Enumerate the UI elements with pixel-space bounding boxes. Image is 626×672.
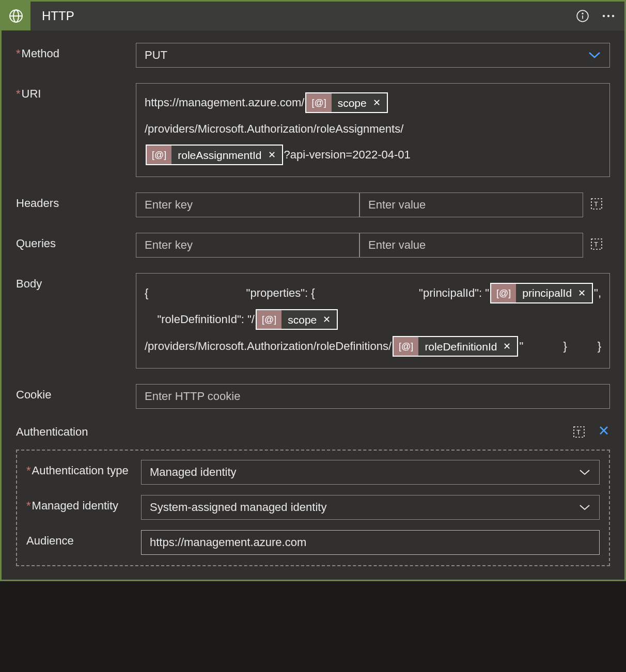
switch-mode-icon[interactable]: T: [590, 238, 603, 250]
audience-input[interactable]: [141, 530, 600, 555]
auth-type-label: *Authentication type: [26, 460, 141, 477]
token-remove-icon[interactable]: ✕: [373, 98, 381, 107]
chevron-down-icon: [578, 466, 591, 479]
more-icon[interactable]: [602, 14, 615, 18]
query-key-input[interactable]: [136, 233, 359, 258]
headers-label: Headers: [16, 193, 136, 210]
query-value-input[interactable]: [359, 233, 583, 258]
queries-row: [136, 233, 583, 258]
at-icon: [@]: [394, 337, 418, 356]
auth-type-select[interactable]: Managed identity: [141, 460, 600, 485]
svg-text:T: T: [594, 200, 598, 208]
svg-text:T: T: [576, 428, 581, 436]
http-action-card: HTTP *Method PUT: [0, 0, 626, 581]
managed-identity-label: *Managed identity: [26, 495, 141, 513]
uri-label: *URI: [16, 83, 136, 101]
card-title: HTTP: [42, 9, 576, 23]
token-remove-icon[interactable]: ✕: [323, 315, 331, 324]
uri-input[interactable]: https://management.azure.com/ [@] scope✕…: [136, 83, 610, 177]
header-key-input[interactable]: [136, 193, 359, 217]
switch-mode-icon[interactable]: T: [573, 426, 585, 438]
body-input[interactable]: { "properties": { "principalId": " [@] p…: [136, 273, 610, 369]
token-remove-icon[interactable]: ✕: [268, 150, 276, 159]
svg-point-6: [603, 15, 605, 17]
token-remove-icon[interactable]: ✕: [503, 342, 511, 351]
chevron-down-icon: [578, 501, 591, 514]
chevron-down-icon: [588, 49, 601, 62]
token-scope[interactable]: [@] scope✕: [305, 92, 387, 113]
authentication-section: *Authentication type Managed identity *M…: [16, 450, 610, 566]
token-scope-body[interactable]: [@] scope✕: [256, 309, 338, 330]
cookie-label: Cookie: [16, 384, 136, 402]
svg-text:T: T: [594, 241, 598, 248]
header-value-input[interactable]: [359, 193, 583, 217]
info-icon[interactable]: [576, 9, 589, 23]
svg-point-7: [607, 15, 609, 17]
authentication-label: Authentication: [16, 425, 88, 439]
token-remove-icon[interactable]: ✕: [578, 289, 586, 298]
at-icon: [@]: [491, 284, 516, 302]
headers-row: [136, 193, 583, 217]
token-roledefinitionid[interactable]: [@] roleDefinitionId✕: [393, 336, 518, 357]
managed-identity-select[interactable]: System-assigned managed identity: [141, 495, 600, 520]
close-icon[interactable]: [598, 424, 610, 440]
token-roleassignmentid[interactable]: [@] roleAssignmentId✕: [146, 145, 283, 165]
queries-label: Queries: [16, 233, 136, 250]
http-globe-icon: [2, 2, 30, 30]
switch-mode-icon[interactable]: T: [590, 198, 603, 210]
svg-point-5: [582, 13, 583, 14]
at-icon: [@]: [147, 146, 171, 164]
cookie-input[interactable]: [136, 384, 610, 409]
method-select[interactable]: PUT: [136, 43, 610, 68]
at-icon: [@]: [257, 310, 281, 329]
token-principalid[interactable]: [@] principalId✕: [490, 283, 593, 303]
at-icon: [@]: [306, 93, 331, 112]
method-label: *Method: [16, 43, 136, 60]
audience-label: Audience: [26, 530, 141, 548]
svg-point-8: [612, 15, 614, 17]
body-label: Body: [16, 273, 136, 291]
card-header: HTTP: [2, 2, 624, 30]
